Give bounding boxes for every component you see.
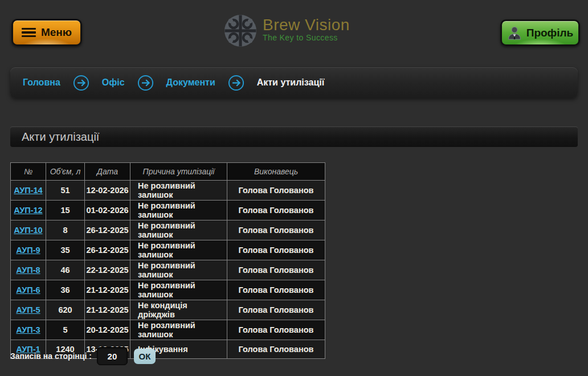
table-row: АУП-6 36 21-12-2025 Не розливний залишок… [11,280,325,300]
profile-button-label: Профіль [526,27,574,39]
column-header-number: № [11,163,46,181]
reason-cell: Не розливний залишок [130,320,227,340]
date-cell: 12-02-2026 [85,181,130,201]
volume-cell: 35 [46,240,85,260]
executor-cell: Голова Голованов [227,201,325,220]
reason-cell: Не розливний залишок [130,260,227,280]
disposal-acts-table: № Об'єм, л Дата Причина утилізації Викон… [10,162,325,359]
logo-tagline: The Key to Success [263,34,350,42]
act-link[interactable]: АУП-3 [16,325,40,334]
executor-cell: Голова Голованов [227,280,325,300]
act-link[interactable]: АУП-9 [16,246,40,255]
date-cell: 22-12-2025 [85,260,130,280]
reason-cell: Не розливний залишок [130,280,227,300]
records-per-page-input[interactable] [97,347,128,365]
volume-cell: 51 [46,181,85,201]
arrow-right-icon [228,75,244,91]
column-header-reason: Причина утилізації [130,163,227,181]
reason-cell: Не розливний залишок [130,201,227,220]
page-title: Акти утилізації [22,130,99,144]
menu-button-label: Меню [41,26,72,39]
logo-text: Brew Vision The Key to Success [263,14,350,42]
column-header-date: Дата [85,163,130,181]
breadcrumb-link-office[interactable]: Офіс [102,77,125,88]
table-row: АУП-12 15 01-02-2026 Не розливний залишо… [11,201,325,220]
page-title-bar: Акти утилізації [10,126,578,147]
date-cell: 20-12-2025 [85,320,130,340]
executor-cell: Голова Голованов [227,300,325,320]
breadcrumb: Головна Офіс Документи Акти утиліза [10,67,578,98]
date-cell: 26-12-2025 [85,240,130,260]
brew-vision-app: Меню Brew Vision The Key to Success [0,0,588,376]
table-row: АУП-8 46 22-12-2025 Не розливний залишок… [11,260,325,280]
arrow-right-icon [137,75,154,91]
pagination-controls: Записів на сторінці : ОК [10,347,156,365]
ok-button[interactable]: ОК [134,349,156,364]
volume-cell: 15 [46,201,85,220]
column-header-volume: Об'єм, л [46,163,85,181]
date-cell: 21-12-2025 [85,300,130,320]
breadcrumb-link-home[interactable]: Головна [23,77,60,88]
records-per-page-label: Записів на сторінці : [10,352,92,361]
executor-cell: Голова Голованов [227,220,325,240]
logo-title: Brew Vision [263,17,350,34]
volume-cell: 46 [46,260,85,280]
date-cell: 01-02-2026 [85,201,130,220]
act-link[interactable]: АУП-5 [16,305,40,314]
date-cell: 21-12-2025 [85,280,130,300]
table-row: АУП-10 8 26-12-2025 Не розливний залишок… [11,220,325,240]
reason-cell: Не розливний залишок [130,220,227,240]
reason-cell: Не розливний залишок [130,181,227,201]
executor-cell: Голова Голованов [227,320,325,340]
arrow-right-icon [73,75,89,91]
act-link[interactable]: АУП-10 [14,226,42,235]
column-header-executor: Виконавець [227,163,325,181]
reason-cell: Не кондиція дріжджів [130,300,227,320]
volume-cell: 5 [46,320,85,340]
profile-button[interactable]: Профіль [500,19,580,46]
table-header-row: № Об'єм, л Дата Причина утилізації Викон… [11,163,325,181]
act-link[interactable]: АУП-8 [16,265,40,275]
date-cell: 26-12-2025 [85,220,130,240]
table-row: АУП-14 51 12-02-2026 Не розливний залишо… [11,181,325,201]
volume-cell: 620 [46,300,85,320]
hamburger-icon [22,28,36,38]
executor-cell: Голова Голованов [227,260,325,280]
act-link[interactable]: АУП-12 [14,206,42,215]
brew-vision-logo-icon [224,14,257,47]
menu-button[interactable]: Меню [11,19,82,46]
breadcrumb-link-documents[interactable]: Документи [166,77,215,88]
table-row: АУП-9 35 26-12-2025 Не розливний залишок… [11,240,325,260]
table-row: АУП-3 5 20-12-2025 Не розливний залишок … [11,320,325,340]
act-link[interactable]: АУП-6 [16,285,40,295]
breadcrumb-current: Акти утилізації [257,77,324,88]
table-row: АУП-5 620 21-12-2025 Не кондиція дріжджі… [11,300,325,320]
volume-cell: 36 [46,280,85,300]
executor-cell: Голова Голованов [227,240,325,260]
executor-cell: Голова Голованов [227,181,325,201]
logo: Brew Vision The Key to Success [224,14,350,47]
reason-cell: Не розливний залишок [130,240,227,260]
person-icon [507,26,522,40]
act-link[interactable]: АУП-14 [14,186,42,195]
executor-cell: Голова Голованов [227,340,325,359]
volume-cell: 8 [46,220,85,240]
